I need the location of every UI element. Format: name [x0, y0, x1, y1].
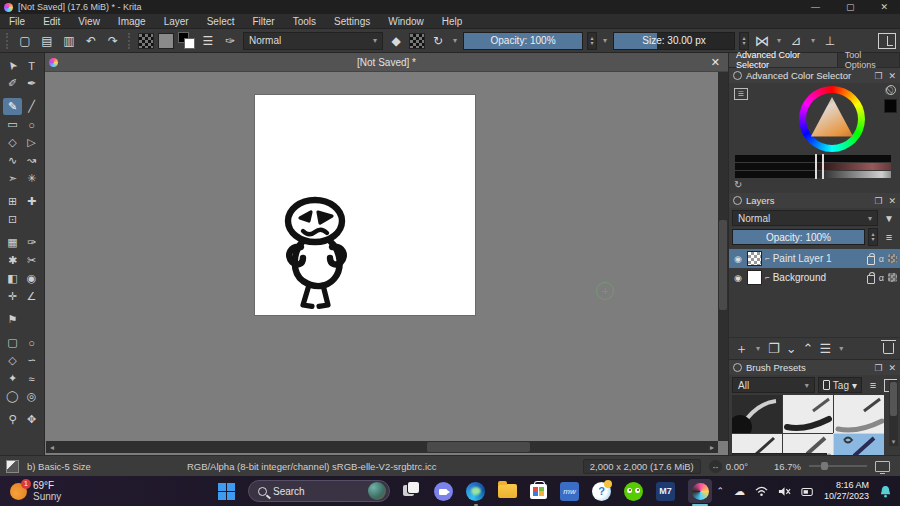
layer-thumbnail[interactable]: [747, 270, 762, 285]
edge-browser-icon[interactable]: [466, 482, 485, 501]
crop-tool[interactable]: ⊡: [3, 211, 22, 228]
magic-wand-selection-tool[interactable]: ✦: [3, 370, 22, 387]
layer-row-paint-layer-1[interactable]: ◉ ⌐ Paint Layer 1 α: [729, 249, 900, 268]
menu-settings[interactable]: Settings: [325, 16, 379, 27]
undo-icon[interactable]: ↶: [82, 32, 100, 50]
reload-preset-icon[interactable]: ↻: [429, 32, 447, 50]
preset-scroll-thumb[interactable]: [890, 382, 897, 416]
elliptical-selection-tool[interactable]: ○: [22, 334, 41, 351]
maximize-icon[interactable]: ▢: [846, 2, 855, 12]
chat-app-icon[interactable]: [434, 482, 453, 501]
smart-patch-tool[interactable]: ✂: [22, 252, 41, 269]
reference-images-tool[interactable]: ⚑: [3, 311, 22, 328]
save-document-icon[interactable]: ▥: [60, 32, 78, 50]
chevron-down-icon[interactable]: ▾: [601, 36, 609, 45]
owl-app-icon[interactable]: [624, 482, 643, 501]
gradient-chooser-button[interactable]: [138, 33, 154, 49]
volume-muted-icon[interactable]: [778, 485, 791, 498]
polyline-tool[interactable]: ▷: [22, 134, 41, 151]
brush-size-slider[interactable]: Size: 30.00 px: [613, 32, 735, 50]
docker-lock-icon[interactable]: [733, 196, 742, 205]
scroll-down-icon[interactable]: ▾: [889, 438, 898, 446]
snap-icon[interactable]: ⊥: [821, 32, 839, 50]
menu-tools[interactable]: Tools: [284, 16, 325, 27]
rectangle-tool[interactable]: ▭: [3, 116, 22, 133]
onedrive-cloud-icon[interactable]: ☁: [734, 485, 745, 498]
hscroll-thumb[interactable]: [427, 442, 530, 452]
opacity-slider[interactable]: Opacity: 100%: [463, 32, 583, 50]
close-docker-icon[interactable]: ✕: [888, 363, 896, 373]
layer-name[interactable]: Paint Layer 1: [773, 253, 832, 264]
current-color-swatch[interactable]: [884, 99, 897, 113]
vscroll-thumb[interactable]: [719, 220, 727, 310]
menu-layer[interactable]: Layer: [155, 16, 198, 27]
brush-preset-item[interactable]: [783, 395, 833, 433]
menu-file[interactable]: File: [0, 16, 34, 27]
mirror-vertical-icon[interactable]: ⊿: [787, 32, 805, 50]
ellipse-tool[interactable]: ○: [22, 116, 41, 133]
menu-filter[interactable]: Filter: [243, 16, 283, 27]
layer-opacity-spinner[interactable]: ▴▾: [868, 228, 878, 246]
scroll-right-icon[interactable]: ▸: [706, 443, 718, 452]
layer-name[interactable]: Background: [773, 272, 826, 283]
bezier-selection-tool[interactable]: ◯: [3, 388, 22, 405]
transform-tool[interactable]: ⊞: [3, 193, 22, 210]
tray-chevron-up-icon[interactable]: ⌃: [716, 486, 724, 496]
wifi-icon[interactable]: [755, 485, 768, 498]
fg-bg-color-button[interactable]: [178, 32, 195, 49]
battery-icon[interactable]: [801, 485, 814, 498]
eraser-mode-icon[interactable]: ◆: [387, 32, 405, 50]
mw-app-icon[interactable]: mw: [560, 482, 579, 501]
edit-shapes-tool[interactable]: ✐: [3, 75, 22, 92]
inherit-alpha-icon[interactable]: [888, 273, 897, 282]
preset-scrollbar[interactable]: ▾: [889, 380, 898, 446]
scroll-left-icon[interactable]: ◂: [46, 443, 58, 452]
brush-preset-item[interactable]: [834, 395, 884, 433]
layer-opacity-slider[interactable]: Opacity: 100%: [732, 229, 865, 245]
menu-edit[interactable]: Edit: [34, 16, 69, 27]
chevron-down-icon[interactable]: ▾: [837, 344, 845, 353]
text-tool[interactable]: T: [22, 57, 41, 74]
color-selector-settings-icon[interactable]: ☰: [734, 88, 748, 100]
layer-thumbnail[interactable]: [747, 251, 762, 266]
preserve-alpha-button[interactable]: [409, 33, 425, 49]
add-layer-icon[interactable]: ＋: [735, 340, 748, 358]
chevron-down-icon[interactable]: ▾: [451, 36, 459, 45]
rotation-icon[interactable]: ↔: [709, 460, 722, 473]
size-spinner[interactable]: ▴▾: [739, 32, 749, 50]
tab-tool-options[interactable]: Tool Options: [838, 53, 900, 67]
choose-workspace-icon[interactable]: [878, 33, 896, 49]
layers-menu-icon[interactable]: ≡: [881, 231, 897, 243]
delete-layer-icon[interactable]: [883, 343, 894, 354]
zoom-tool[interactable]: ⚲: [3, 411, 22, 428]
layer-properties-icon[interactable]: ☰: [819, 341, 831, 356]
chevron-down-icon[interactable]: ▾: [775, 36, 783, 45]
preset-tag-filter-dropdown[interactable]: All ▾: [732, 377, 815, 393]
m7-app-icon[interactable]: M7: [656, 482, 675, 501]
clock[interactable]: 8:16 AM 10/27/2023: [824, 480, 869, 502]
magnetic-selection-tool[interactable]: ◎: [22, 388, 41, 405]
brush-settings-icon[interactable]: ☰: [199, 32, 217, 50]
menu-image[interactable]: Image: [109, 16, 155, 27]
enclose-fill-tool[interactable]: ◉: [22, 270, 41, 287]
unlock-icon[interactable]: [867, 256, 875, 265]
chevron-down-icon[interactable]: ▾: [809, 36, 817, 45]
search-bar[interactable]: Search: [248, 480, 390, 502]
redo-icon[interactable]: ↷: [104, 32, 122, 50]
move-layer-up-icon[interactable]: ⌃: [803, 341, 814, 356]
assistants-tool[interactable]: ✛: [3, 288, 22, 305]
layer-visibility-icon[interactable]: ◉: [732, 273, 744, 283]
canvas-vertical-scrollbar[interactable]: [718, 72, 728, 441]
gradient-tool[interactable]: ▦: [3, 234, 22, 251]
close-docker-icon[interactable]: ✕: [888, 71, 896, 81]
opacity-spinner[interactable]: ▴▾: [587, 32, 597, 50]
pattern-tool[interactable]: ✱: [3, 252, 22, 269]
float-docker-icon[interactable]: ❐: [874, 196, 882, 206]
notifications-bell-icon[interactable]: [879, 485, 892, 498]
multibrush-tool[interactable]: ✳: [22, 170, 41, 187]
polygonal-selection-tool[interactable]: ◇: [3, 352, 22, 369]
move-tool[interactable]: ✚: [22, 193, 41, 210]
menu-help[interactable]: Help: [433, 16, 472, 27]
inherit-alpha-icon[interactable]: [888, 254, 897, 263]
chevron-down-icon[interactable]: ▾: [754, 344, 762, 353]
